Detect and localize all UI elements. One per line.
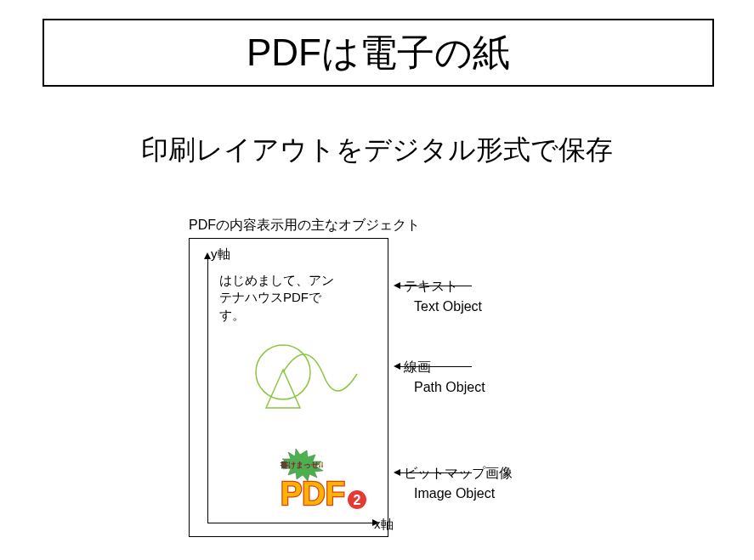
- callout-path-en: Path Object: [414, 377, 485, 398]
- callout-image-object: ビットマップ画像 Image Object: [404, 463, 513, 504]
- path-drawing-icon: [238, 340, 366, 421]
- pdf-logo-icon: 書けまっせ!! PDF 2: [272, 447, 374, 515]
- svg-marker-1: [266, 370, 300, 408]
- callout-path-object: 線画 Path Object: [404, 357, 485, 398]
- sample-image-object: 書けまっせ!! PDF 2: [272, 447, 374, 518]
- logo-badge-number: 2: [354, 493, 361, 507]
- y-axis-label: y軸: [211, 246, 230, 263]
- callout-text-jp: テキスト: [404, 276, 482, 297]
- sample-path-object: [238, 340, 366, 424]
- sample-text-object: はじめまして、アンテナハウスPDFです。: [219, 272, 338, 324]
- logo-top-text: 書けまっせ!!: [280, 461, 324, 469]
- y-axis-line: [207, 255, 208, 523]
- y-axis-arrowhead-icon: [204, 252, 211, 259]
- page-title: PDFは電子の紙: [247, 28, 510, 78]
- subtitle: 印刷レイアウトをデジタル形式で保存: [0, 132, 754, 169]
- diagram-caption: PDFの内容表示用の主なオブジェクト: [189, 217, 420, 235]
- callout-path-jp: 線画: [404, 357, 485, 377]
- x-axis-label: x軸: [374, 517, 394, 533]
- logo-main-text: PDF: [281, 476, 345, 512]
- callout-image-jp: ビットマップ画像: [404, 463, 513, 484]
- callout-image-en: Image Object: [414, 484, 513, 504]
- x-axis-line: [207, 523, 373, 523]
- callout-text-en: Text Object: [414, 297, 482, 317]
- callout-text-object: テキスト Text Object: [404, 276, 482, 317]
- title-box: PDFは電子の紙: [43, 19, 714, 87]
